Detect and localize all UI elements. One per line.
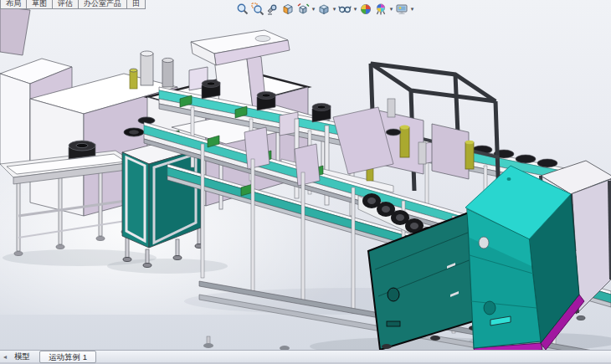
zoom-to-area-icon[interactable] bbox=[250, 2, 265, 17]
tab-label: 办公室产品 bbox=[84, 0, 121, 8]
tab-sketch[interactable]: 草图 bbox=[27, 0, 53, 9]
tab-scroll-left-icon[interactable]: ◂ bbox=[3, 353, 7, 361]
tab-evaluate[interactable]: 评估 bbox=[53, 0, 79, 9]
tab-partial[interactable]: 田 bbox=[127, 0, 146, 9]
chevron-down-icon[interactable]: ▾ bbox=[388, 2, 394, 17]
command-manager-tab-strip: 布局 草图 评估 办公室产品 田 bbox=[0, 0, 146, 9]
tab-layout[interactable]: 布局 bbox=[0, 0, 27, 9]
display-style-icon[interactable] bbox=[316, 2, 331, 17]
tab-model[interactable]: 模型 bbox=[14, 351, 30, 362]
view-settings-icon[interactable] bbox=[394, 2, 409, 17]
status-tab-bar: ◂ 模型 运动算例 1 bbox=[0, 350, 611, 364]
section-view-icon[interactable] bbox=[280, 2, 295, 17]
zoom-to-fit-icon[interactable] bbox=[235, 2, 250, 17]
view-orientation-icon[interactable] bbox=[295, 2, 311, 17]
assembly-scene[interactable] bbox=[0, 0, 611, 350]
control-cabinet-cyan[interactable] bbox=[465, 166, 584, 350]
previous-view-icon[interactable] bbox=[265, 2, 280, 17]
tab-label: 田 bbox=[132, 0, 140, 8]
tab-label: 草图 bbox=[32, 0, 47, 8]
heads-up-view-toolbar: ▾ ▾ ▾ ▾ ▾ bbox=[235, 1, 415, 18]
tab-label: 布局 bbox=[6, 0, 21, 8]
tab-motion-study[interactable]: 运动算例 1 bbox=[39, 351, 96, 363]
chevron-down-icon[interactable]: ▾ bbox=[352, 2, 358, 17]
viewport-3d[interactable] bbox=[0, 0, 611, 350]
chevron-down-icon[interactable]: ▾ bbox=[311, 2, 316, 17]
edit-appearance-icon[interactable] bbox=[358, 2, 373, 17]
hide-show-items-icon[interactable] bbox=[337, 2, 352, 17]
solidworks-window: 布局 草图 评估 办公室产品 田 ▾ ▾ ▾ bbox=[0, 0, 611, 364]
apply-scene-icon[interactable] bbox=[373, 2, 388, 17]
tab-office-products[interactable]: 办公室产品 bbox=[79, 0, 127, 9]
chevron-down-icon[interactable]: ▾ bbox=[331, 2, 337, 17]
chevron-down-icon[interactable]: ▾ bbox=[409, 2, 415, 17]
tab-label: 评估 bbox=[58, 0, 73, 8]
